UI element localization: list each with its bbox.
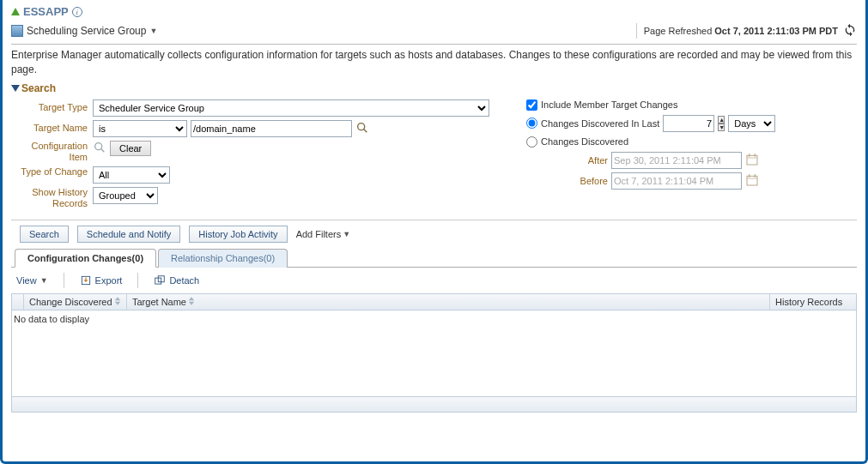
clear-button[interactable]: Clear	[110, 141, 151, 156]
sort-icon	[186, 297, 195, 307]
export-label: Export	[95, 275, 123, 286]
label-type-of-change: Type of Change	[11, 166, 93, 178]
info-icon[interactable]: i	[72, 7, 82, 17]
chevron-down-icon: ▼	[40, 276, 48, 285]
tab-configuration-changes[interactable]: Configuration Changes(0)	[15, 249, 156, 268]
col-target-name[interactable]: Target Name	[127, 294, 770, 310]
before-label: Before	[565, 176, 608, 186]
show-history-select[interactable]: Grouped	[93, 187, 158, 204]
tab-relationship-changes[interactable]: Relationship Changes(0)	[158, 249, 288, 268]
col-change-discovered[interactable]: Change Discovered	[24, 294, 127, 310]
detach-button[interactable]: Detach	[154, 274, 199, 286]
svg-line-3	[100, 148, 104, 152]
page-refresh-status: Page Refreshed Oct 7, 2011 2:11:03 PM PD…	[636, 23, 857, 39]
calendar-icon[interactable]	[745, 173, 759, 189]
svg-rect-6	[749, 154, 750, 156]
discovered-last-value[interactable]	[663, 115, 714, 132]
target-type-select[interactable]: Scheduler Service Group	[93, 99, 489, 117]
chevron-down-icon: ▼	[149, 27, 157, 35]
target-name-operator[interactable]: is	[93, 120, 187, 137]
svg-rect-11	[755, 174, 756, 177]
after-date-input	[611, 152, 742, 169]
label-target-type: Target Type	[11, 99, 93, 113]
group-icon	[11, 25, 23, 37]
search-section-toggle[interactable]: Search	[11, 82, 857, 94]
breadcrumb-label: Scheduling Service Group	[27, 25, 146, 37]
row-selector-header	[12, 294, 24, 310]
results-table: Change Discovered Target Name History Re…	[11, 293, 857, 413]
label-config-item: Configuration Item	[11, 141, 93, 163]
app-title[interactable]: ESSAPP	[23, 5, 69, 18]
include-member-label: Include Member Target Changes	[541, 99, 677, 110]
refresh-prefix: Page Refreshed	[644, 26, 713, 36]
svg-rect-10	[749, 174, 750, 177]
include-member-checkbox[interactable]	[526, 99, 537, 111]
discovered-range-label: Changes Discovered	[541, 136, 628, 147]
search-button[interactable]: Search	[20, 226, 69, 243]
calendar-icon[interactable]	[745, 153, 759, 168]
type-of-change-select[interactable]: All	[93, 166, 170, 184]
app-header: ESSAPP i	[11, 5, 857, 18]
number-spinner[interactable]: ▲▼	[718, 116, 725, 131]
svg-rect-8	[747, 176, 757, 185]
add-filters-menu[interactable]: Add Filters ▼	[296, 229, 351, 239]
discovered-last-unit[interactable]: Days	[728, 115, 775, 132]
breadcrumb-menu[interactable]: Scheduling Service Group ▼	[11, 25, 157, 37]
after-label: After	[565, 155, 608, 166]
export-button[interactable]: Export	[80, 274, 123, 286]
discovered-last-label: Changes Discovered In Last	[541, 118, 659, 129]
col-history-records[interactable]: History Records	[770, 294, 856, 310]
sort-icon	[112, 297, 121, 307]
reload-icon[interactable]	[843, 23, 857, 39]
config-item-search-icon[interactable]	[93, 141, 106, 156]
detach-label: Detach	[169, 275, 199, 286]
discovered-range-radio[interactable]	[526, 136, 537, 148]
search-title: Search	[21, 82, 56, 94]
view-menu[interactable]: View ▼	[16, 275, 48, 286]
discovered-last-radio[interactable]	[526, 118, 537, 129]
schedule-notify-button[interactable]: Schedule and Notify	[77, 226, 180, 243]
svg-rect-4	[747, 155, 757, 165]
svg-rect-7	[755, 154, 756, 156]
before-date-input	[611, 172, 742, 190]
search-icon[interactable]	[355, 121, 369, 136]
up-arrow-icon	[11, 8, 20, 15]
svg-line-1	[363, 129, 367, 132]
target-name-input[interactable]	[191, 120, 352, 137]
history-job-button[interactable]: History Job Activity	[189, 226, 287, 243]
label-target-name: Target Name	[11, 120, 93, 134]
label-show-history: Show History Records	[11, 187, 93, 209]
refresh-time: Oct 7, 2011 2:11:03 PM PDT	[714, 26, 838, 36]
table-empty-message: No data to display	[12, 310, 856, 328]
add-filters-label: Add Filters	[296, 229, 342, 239]
page-description: Enterprise Manager automatically collect…	[11, 48, 857, 77]
collapse-icon	[11, 85, 20, 92]
chevron-down-icon: ▼	[343, 230, 350, 238]
view-label: View	[16, 275, 37, 286]
